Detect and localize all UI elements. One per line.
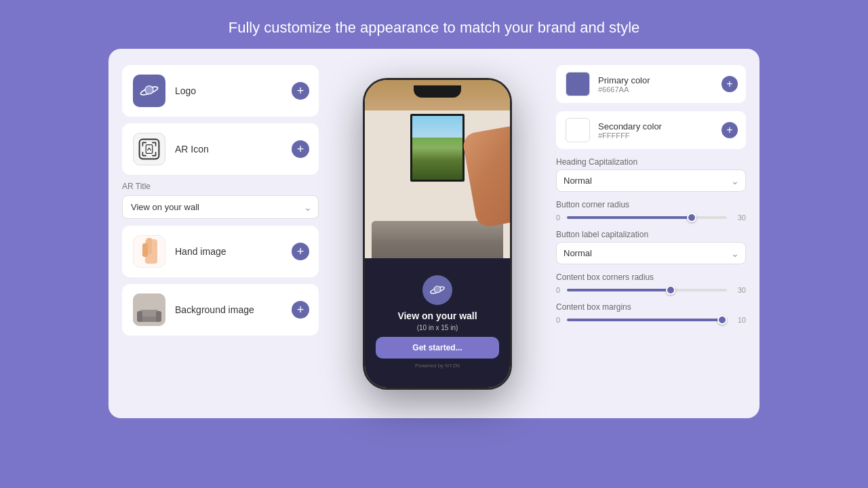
sofa-svg-icon [133, 293, 165, 326]
painting-sky [412, 116, 462, 138]
hand-image-label: Hand image [175, 246, 226, 257]
background-image-label: Background image [175, 304, 254, 315]
content-box-margins-min: 0 [556, 316, 561, 324]
svg-rect-12 [156, 311, 161, 322]
background-image-add-button[interactable]: + [292, 301, 309, 319]
svg-rect-10 [140, 310, 159, 317]
content-box-margins-fill [567, 319, 727, 321]
logo-add-button[interactable]: + [292, 82, 309, 100]
ar-icon-item: AR Icon + [122, 123, 319, 175]
hand-svg-icon [138, 238, 160, 265]
secondary-color-edit-button[interactable]: + [722, 122, 738, 138]
svg-rect-11 [137, 311, 142, 322]
content-box-corners-max: 30 [732, 286, 746, 294]
saturn-icon [138, 80, 160, 102]
svg-rect-7 [142, 243, 148, 257]
phone-saturn-icon [429, 281, 446, 299]
secondary-color-name: Secondary color [598, 121, 662, 131]
content-box-corners-label: Content box corners radius [556, 272, 746, 282]
secondary-color-swatch [566, 118, 590, 142]
button-corner-radius-max: 30 [732, 214, 746, 222]
phone-room-background [365, 80, 510, 258]
content-box-corners-fill [567, 289, 671, 291]
phone-powered-by: Powered by NYZN [415, 363, 460, 369]
primary-color-row: Primary color #6667AA + [556, 65, 746, 103]
ar-icon-label: AR Icon [175, 144, 209, 155]
right-panel: Primary color #6667AA + Secondary color … [556, 65, 746, 402]
content-box-corners-thumb[interactable] [666, 285, 675, 295]
phone-logo-circle [422, 275, 452, 305]
secondary-color-row: Secondary color #FFFFFF + [556, 111, 746, 149]
content-box-margins-row: 0 10 [556, 316, 746, 324]
primary-color-info: Primary color #6667AA [598, 75, 650, 94]
ar-title-section: AR Title View on your wall [122, 182, 319, 219]
button-label-capitalization-select[interactable]: Normal [556, 242, 746, 264]
ar-icon [138, 138, 160, 160]
svg-point-2 [146, 86, 153, 94]
secondary-color-hex: #FFFFFF [598, 131, 662, 140]
button-label-cap-label: Button label capitalization [556, 230, 746, 239]
phone-view-title: View on your wall [397, 310, 477, 321]
svg-point-15 [435, 287, 441, 293]
ar-title-label: AR Title [122, 182, 319, 191]
content-box-corners-track[interactable] [567, 289, 727, 291]
background-image-item: Background image + [122, 284, 319, 336]
ar-icon-add-button[interactable]: + [292, 140, 309, 158]
hand-image-item: Hand image + [122, 226, 319, 277]
content-box-corners-row: 0 30 [556, 286, 746, 294]
heading-capitalization-select[interactable]: Normal [556, 169, 746, 192]
button-corner-radius-fill [567, 216, 692, 219]
content-box-corners-min: 0 [556, 286, 561, 294]
content-box-margins-label: Content box margins [556, 302, 746, 312]
button-label-cap-select-wrapper: Normal [556, 242, 746, 264]
left-panel: Logo + AR Icon + AR Title [122, 65, 319, 402]
primary-color-swatch [566, 72, 590, 96]
button-corner-radius-section: Button corner radius 0 30 [556, 200, 746, 222]
phone-container: View on your wall (10 in x 15 in) Get st… [330, 65, 545, 402]
ar-title-select-wrapper: View on your wall [122, 195, 319, 219]
hand-image-icon [133, 235, 165, 268]
phone-painting [410, 114, 465, 182]
button-corner-radius-thumb[interactable] [687, 213, 696, 222]
heading-capitalization-section: Heading Capitalization Normal [556, 157, 746, 192]
heading-cap-select-wrapper: Normal [556, 169, 746, 192]
logo-icon-container [133, 75, 165, 107]
svg-rect-4 [146, 145, 153, 154]
button-corner-radius-track[interactable] [567, 216, 727, 219]
phone-mockup: View on your wall (10 in x 15 in) Get st… [363, 78, 512, 390]
hand-image-add-button[interactable]: + [292, 243, 309, 260]
ar-title-select[interactable]: View on your wall [122, 195, 319, 219]
button-label-cap-section: Button label capitalization Normal [556, 230, 746, 264]
page-title: Fully customize the appearance to match … [229, 19, 640, 37]
phone-bottom-content: View on your wall (10 in x 15 in) Get st… [365, 258, 510, 388]
main-card: Logo + AR Icon + AR Title [108, 49, 760, 418]
background-image-icon [133, 293, 165, 326]
content-box-margins-section: Content box margins 0 10 [556, 302, 746, 324]
primary-color-hex: #6667AA [598, 85, 650, 94]
painting-inner [412, 116, 462, 180]
primary-color-edit-button[interactable]: + [722, 76, 738, 92]
phone-sofa [372, 221, 503, 258]
heading-capitalization-label: Heading Capitalization [556, 157, 746, 167]
phone-screen: View on your wall (10 in x 15 in) Get st… [365, 80, 510, 388]
button-corner-radius-label: Button corner radius [556, 200, 746, 209]
button-corner-radius-min: 0 [556, 214, 561, 222]
phone-notch [414, 85, 461, 98]
primary-color-name: Primary color [598, 75, 650, 85]
logo-label: Logo [175, 85, 196, 96]
content-box-margins-max: 10 [732, 316, 746, 324]
content-box-margins-thumb[interactable] [717, 315, 727, 325]
logo-item: Logo + [122, 65, 319, 117]
secondary-color-info: Secondary color #FFFFFF [598, 121, 662, 140]
phone-cta-button[interactable]: Get started... [376, 337, 499, 359]
ar-icon-container [133, 133, 165, 165]
content-box-corners-section: Content box corners radius 0 30 [556, 272, 746, 294]
button-corner-radius-row: 0 30 [556, 214, 746, 222]
phone-dimensions: (10 in x 15 in) [417, 324, 458, 331]
content-box-margins-track[interactable] [567, 319, 727, 321]
